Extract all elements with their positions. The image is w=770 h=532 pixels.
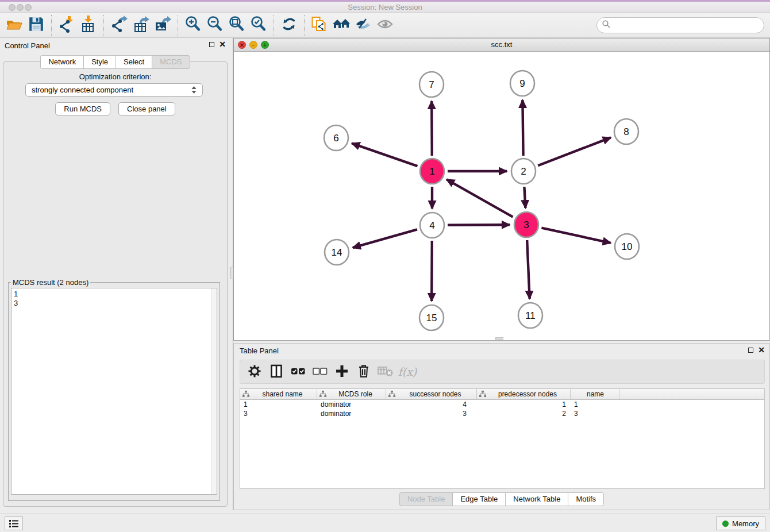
delete-row-button[interactable]: [354, 362, 374, 381]
zoom-out-icon: [206, 16, 224, 34]
float-panel-icon[interactable]: [209, 42, 214, 47]
zoom-fit-button[interactable]: [226, 15, 248, 36]
table-toolbar: f(x): [240, 360, 765, 384]
gear-button[interactable]: [245, 362, 264, 381]
zoom-selected-button[interactable]: [248, 15, 270, 36]
show-panels-button[interactable]: [374, 15, 396, 36]
zoom-in-button[interactable]: [182, 15, 204, 36]
table-tab-edge-table[interactable]: Edge Table: [452, 492, 505, 506]
svg-text:8: 8: [623, 126, 629, 137]
select-all-checkbox-button[interactable]: [288, 362, 308, 381]
graph-node-11[interactable]: 11: [518, 303, 542, 328]
search-input[interactable]: [611, 19, 764, 32]
zoom-out-button[interactable]: [204, 15, 226, 36]
column-header-predecessor-nodes[interactable]: predecessor nodes: [477, 389, 571, 399]
column-header-MCDS-role[interactable]: MCDS role: [317, 389, 386, 399]
column-header-successor-nodes[interactable]: successor nodes: [386, 389, 477, 399]
close-panel-button[interactable]: Close panel: [118, 102, 175, 115]
memory-status-icon: [722, 521, 729, 527]
cell-MCDS-role[interactable]: dominator: [317, 400, 386, 409]
unselect-all-checkbox-button[interactable]: [310, 362, 330, 381]
cell-MCDS-role[interactable]: dominator: [317, 409, 386, 418]
cell-name[interactable]: 3: [571, 409, 619, 418]
close-table-panel-icon[interactable]: ✕: [758, 348, 765, 353]
table-row[interactable]: 1dominator411: [240, 400, 764, 409]
table-tab-node-table[interactable]: Node Table: [399, 492, 453, 506]
columns-button[interactable]: [267, 362, 286, 381]
import-network-button[interactable]: [56, 15, 78, 36]
cell-shared-name[interactable]: 3: [240, 409, 317, 418]
task-list-button[interactable]: [5, 516, 23, 530]
graph-edge-4-3[interactable]: [448, 225, 510, 225]
control-panel-tabs: NetworkStyleSelectMCDS: [0, 55, 230, 69]
graph-edge-4-14[interactable]: [353, 229, 417, 248]
save-session-button[interactable]: [25, 15, 47, 36]
home-layout-button[interactable]: [330, 15, 352, 36]
close-panel-icon[interactable]: ✕: [219, 42, 226, 47]
graph-node-3[interactable]: 3: [514, 212, 538, 237]
graph-edge-1-6[interactable]: [352, 144, 417, 167]
graph-edge-3-1[interactable]: [446, 179, 513, 217]
export-table-button[interactable]: [130, 15, 152, 36]
tab-select[interactable]: Select: [116, 55, 152, 69]
graph-edge-2-9[interactable]: [522, 100, 523, 156]
graph-node-6[interactable]: 6: [324, 125, 348, 151]
tab-mcds[interactable]: MCDS: [152, 55, 190, 69]
import-table-button[interactable]: [78, 15, 99, 36]
control-panel-title: Control Panel: [5, 41, 50, 50]
hide-panels-button[interactable]: [352, 15, 374, 36]
tab-style[interactable]: Style: [83, 55, 116, 69]
unselect-all-checkbox-icon: [313, 367, 328, 377]
graph-edge-2-3[interactable]: [524, 187, 525, 208]
open-session-button[interactable]: [3, 15, 25, 36]
canvas-resize-grip[interactable]: [495, 337, 503, 340]
control-panel: Control Panel ✕ NetworkStyleSelectMCDS O…: [0, 38, 230, 510]
export-network-button[interactable]: [108, 15, 130, 36]
network-file-button[interactable]: [309, 15, 330, 36]
cell-name[interactable]: 1: [571, 400, 619, 409]
cell-successor-nodes[interactable]: 3: [386, 409, 477, 418]
export-image-button[interactable]: [152, 15, 174, 36]
graph-edge-3-10[interactable]: [541, 228, 610, 243]
criterion-select[interactable]: strongly connected component: [25, 83, 203, 97]
show-panels-icon: [376, 18, 394, 32]
column-header-shared-name[interactable]: shared name: [240, 389, 317, 399]
add-row-icon: [335, 364, 349, 380]
graph-edge-4-15[interactable]: [432, 241, 432, 301]
add-row-button[interactable]: [332, 362, 352, 381]
graph-node-1[interactable]: 1: [420, 159, 444, 184]
result-scrollbar[interactable]: [211, 288, 217, 494]
graph-node-2[interactable]: 2: [511, 159, 536, 184]
refresh-network-button[interactable]: [278, 15, 300, 36]
graph-edge-1-7[interactable]: [432, 101, 432, 156]
graph-edge-2-8[interactable]: [538, 137, 611, 165]
graph-edge-3-11[interactable]: [527, 240, 530, 299]
float-table-panel-icon[interactable]: [748, 348, 753, 353]
cell-successor-nodes[interactable]: 4: [386, 400, 477, 409]
graph-node-9[interactable]: 9: [510, 71, 534, 96]
graph-node-15[interactable]: 15: [419, 305, 444, 330]
export-image-icon: [154, 16, 171, 34]
cell-predecessor-nodes[interactable]: 1: [477, 400, 571, 409]
graph-node-7[interactable]: 7: [419, 72, 444, 97]
network-canvas[interactable]: 7968124314101511: [234, 52, 769, 340]
table-row[interactable]: 3dominator323: [240, 409, 764, 418]
graph-node-10[interactable]: 10: [615, 234, 639, 259]
graph-node-14[interactable]: 14: [325, 240, 349, 265]
memory-button[interactable]: Memory: [716, 516, 765, 530]
mcds-result-list[interactable]: 13: [11, 288, 217, 495]
svg-text:6: 6: [333, 133, 338, 144]
run-mcds-button[interactable]: Run MCDS: [55, 102, 110, 115]
graph-node-8[interactable]: 8: [614, 119, 638, 144]
cell-predecessor-nodes[interactable]: 2: [477, 409, 571, 418]
table-tab-network-table[interactable]: Network Table: [505, 492, 568, 506]
cell-shared-name[interactable]: 1: [240, 400, 317, 409]
tab-network[interactable]: Network: [40, 55, 83, 69]
hide-panels-icon: [355, 17, 372, 33]
search-field[interactable]: [596, 17, 764, 33]
table-tab-motifs[interactable]: Motifs: [568, 492, 604, 506]
toolbar-separator: [274, 15, 274, 36]
network-title: scc.txt: [234, 40, 769, 49]
column-header-name[interactable]: name: [571, 389, 619, 399]
graph-node-4[interactable]: 4: [420, 213, 444, 238]
